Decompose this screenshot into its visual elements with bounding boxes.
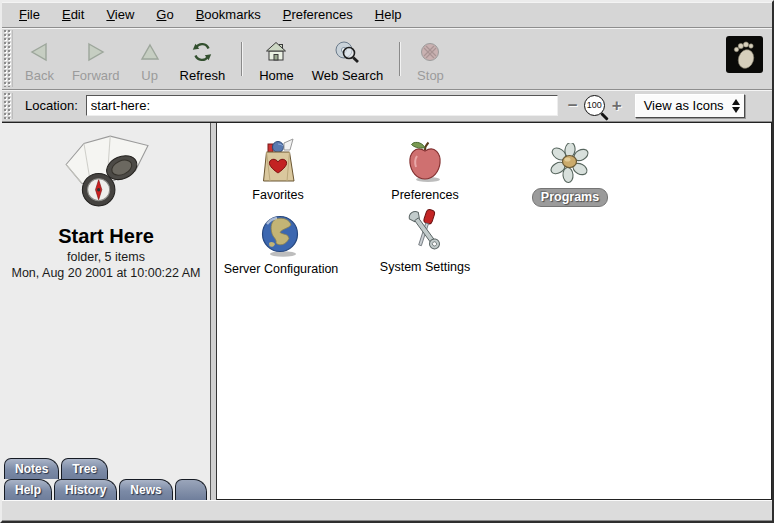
dropdown-arrows-icon (732, 99, 740, 113)
gift-bag-icon (208, 133, 348, 185)
icon-favorites[interactable]: Favorites (208, 133, 348, 202)
menu-edit[interactable]: Edit (51, 2, 95, 27)
sidebar-info-panel: Start Here folder, 5 items Mon, Aug 20 2… (2, 123, 210, 280)
menu-bar: File Edit View Go Bookmarks Preferences … (2, 2, 772, 28)
back-button: Back (16, 28, 63, 89)
menu-go[interactable]: Go (145, 2, 184, 27)
back-icon (27, 38, 51, 66)
selected-label: Programs (532, 188, 608, 207)
tab-help[interactable]: Help (4, 479, 52, 500)
globe-icon (211, 207, 351, 259)
tools-icon (355, 205, 495, 257)
menu-view[interactable]: View (95, 2, 145, 27)
zoom-level-indicator[interactable]: 100 (584, 95, 606, 117)
toolbar-grip[interactable] (4, 30, 13, 87)
web-search-icon (334, 38, 360, 66)
sidebar-date: Mon, Aug 20 2001 at 10:00:22 AM (2, 266, 210, 280)
up-button: Up (129, 28, 171, 89)
home-icon (264, 38, 288, 66)
icon-label: Preferences (355, 188, 495, 202)
sidebar-folder-info: folder, 5 items (2, 250, 210, 264)
icon-view: Favorites Preferences (217, 123, 772, 500)
view-mode-label: View as Icons (644, 98, 724, 113)
nautilus-window: File Edit View Go Bookmarks Preferences … (0, 0, 774, 523)
icon-label: System Settings (355, 260, 495, 274)
toolbar: Back Forward Up (2, 28, 772, 90)
tab-filler (175, 479, 207, 500)
tab-tree[interactable]: Tree (61, 458, 108, 479)
icon-system-settings[interactable]: System Settings (355, 205, 495, 274)
refresh-button[interactable]: Refresh (171, 28, 235, 89)
sidebar-tab-row-2: Help History News (4, 479, 210, 500)
content-area: Start Here folder, 5 items Mon, Aug 20 2… (2, 122, 772, 500)
refresh-icon (190, 38, 214, 66)
menu-bookmarks[interactable]: Bookmarks (185, 2, 272, 27)
icon-server-configuration[interactable]: Server Configuration (211, 207, 351, 276)
sidebar-title: Start Here (2, 225, 210, 248)
tab-history[interactable]: History (54, 479, 117, 500)
location-bar-grip[interactable] (4, 93, 13, 119)
icon-preferences[interactable]: Preferences (355, 133, 495, 202)
location-input[interactable] (86, 95, 558, 116)
icon-label: Server Configuration (211, 262, 351, 276)
stop-button: Stop (408, 28, 453, 89)
apple-icon (355, 133, 495, 185)
zoom-in-icon[interactable]: + (608, 96, 626, 116)
map-compass-icon (2, 133, 210, 221)
menu-file[interactable]: File (8, 2, 51, 27)
stop-icon (418, 38, 442, 66)
toolbar-separator (241, 42, 243, 76)
icon-label: Programs (500, 188, 640, 207)
icon-label: Favorites (208, 188, 348, 202)
web-search-button[interactable]: Web Search (303, 28, 392, 89)
view-mode-dropdown[interactable]: View as Icons (635, 94, 745, 118)
toolbar-separator (399, 42, 401, 76)
icon-programs[interactable]: Programs (500, 133, 640, 207)
status-bar (2, 500, 772, 521)
home-button[interactable]: Home (250, 28, 303, 89)
zoom-out-icon[interactable]: − (564, 96, 582, 116)
sidebar: Start Here folder, 5 items Mon, Aug 20 2… (2, 123, 210, 500)
tab-notes[interactable]: Notes (4, 458, 59, 479)
tab-news[interactable]: News (119, 479, 172, 500)
location-bar: Location: − 100 + View as Icons (2, 90, 772, 122)
menu-help[interactable]: Help (364, 2, 413, 27)
up-icon (138, 38, 162, 66)
sidebar-tab-row-1: Notes Tree (4, 458, 210, 479)
location-label: Location: (25, 98, 78, 113)
gnome-foot-icon (726, 36, 763, 73)
flower-icon (500, 133, 640, 185)
menu-preferences[interactable]: Preferences (272, 2, 364, 27)
forward-icon (84, 38, 108, 66)
forward-button: Forward (63, 28, 129, 89)
